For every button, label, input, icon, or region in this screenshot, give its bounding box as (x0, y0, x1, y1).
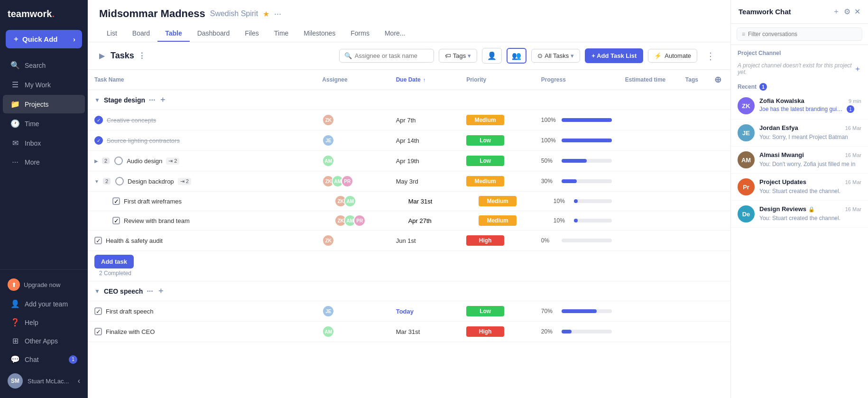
due-date-cell: May 3rd (389, 171, 460, 192)
chat-header-actions: ＋ ⚙ ✕ (832, 7, 860, 17)
section-collapse-icon[interactable]: ▼ (94, 97, 100, 103)
project-channel-label: Project Channel (731, 45, 868, 58)
tab-dashboard[interactable]: Dashboard (190, 26, 238, 42)
priority-badge: High (466, 326, 504, 337)
link-count-badge: ⇥ 2 (166, 157, 179, 165)
tab-table[interactable]: Table (157, 26, 190, 42)
list-item[interactable]: ZK Zofia Kowalska 9 min Joe has the late… (731, 93, 868, 120)
plus-icon: ＋ (12, 35, 19, 44)
quick-add-button[interactable]: ＋ Quick Add › (6, 30, 82, 48)
collapse-sidebar-icon[interactable]: ‹ (78, 377, 80, 385)
due-date-cell: Apr 19th (389, 151, 460, 171)
sidebar-item-add-team[interactable]: 👤 Add your team (3, 295, 85, 313)
channel-add-button[interactable]: ＋ (854, 64, 861, 74)
assignee-avatars: ZK AM PR (322, 175, 382, 187)
due-date-cell: Apr 7th (389, 110, 460, 130)
sidebar-item-chat[interactable]: 💬 Chat 1 (3, 350, 85, 369)
sidebar-item-upgrade[interactable]: ⬆ Upgrade now (0, 275, 88, 295)
sidebar-user[interactable]: SM Stuart McLac... ‹ (0, 369, 88, 393)
star-icon[interactable]: ★ (263, 9, 269, 19)
assignee-filter-button[interactable]: 👤 (482, 48, 502, 64)
add-team-icon: 👤 (10, 299, 20, 308)
priority-badge: Medium (466, 115, 504, 125)
table-row: ✓ First draft wireframes ZK AM Mar 31st … (88, 192, 730, 211)
user-name: Stuart McLac... (28, 378, 73, 385)
task-name-brand-review: Review with brand team (124, 217, 190, 224)
chat-search-box[interactable]: ≡ (737, 28, 862, 41)
section-add-button[interactable]: ＋ (157, 286, 165, 296)
due-date-cell: Mar 31st (389, 322, 460, 342)
section-more-button[interactable]: ··· (147, 287, 153, 296)
filter-icon: ≡ (742, 31, 745, 37)
project-more-button[interactable]: ··· (274, 9, 281, 19)
task-check-source-lighting[interactable]: ✓ (94, 136, 103, 145)
subtask-count-badge: 2 (102, 157, 110, 164)
task-check-health-safety[interactable]: ✓ (94, 237, 102, 244)
task-search-box[interactable]: 🔍 (339, 49, 434, 63)
tab-more[interactable]: More... (377, 26, 413, 42)
chat-settings-button[interactable]: ⚙ (844, 7, 850, 16)
expand-icon[interactable]: ▼ (94, 179, 99, 184)
chat-add-button[interactable]: ＋ (832, 7, 840, 17)
chat-avatar: De (738, 205, 755, 222)
task-check-brand-review[interactable]: ✓ (112, 217, 120, 224)
assignee-avatars: ZK (322, 234, 382, 247)
tab-board[interactable]: Board (125, 26, 157, 42)
tab-time[interactable]: Time (267, 26, 296, 42)
priority-badge: Low (466, 306, 504, 316)
task-check-design-backdrop[interactable] (115, 177, 124, 185)
automate-icon: ⚡ (654, 52, 662, 59)
sidebar-item-search[interactable]: 🔍 Search (3, 56, 85, 74)
recent-label: Recent 1 (731, 79, 868, 93)
search-input[interactable] (355, 52, 426, 59)
tab-forms[interactable]: Forms (343, 26, 377, 42)
col-header-due-date[interactable]: Due Date ↑ (389, 70, 460, 90)
chat-title: Teamwork Chat (739, 8, 791, 16)
tasks-settings-icon[interactable]: ⋮ (138, 51, 146, 60)
sidebar-nav: 🔍 Search ☰ My Work 📁 Projects 🕐 Time ✉ I… (0, 54, 88, 269)
lock-icon: 🔒 (808, 206, 815, 212)
collapse-tasks-icon[interactable]: ▶ (99, 51, 105, 60)
task-check-audio-design[interactable] (114, 157, 123, 165)
task-check-first-draft-speech[interactable]: ✓ (94, 307, 102, 315)
completed-count: 2 Completed (99, 270, 131, 277)
add-tasklist-button[interactable]: + Add Task List (585, 48, 643, 63)
task-check-finalize-ceo[interactable]: ✓ (94, 328, 102, 335)
sidebar-item-my-work[interactable]: ☰ My Work (3, 75, 85, 94)
subtask-count-badge: 2 (103, 178, 111, 185)
chat-close-button[interactable]: ✕ (854, 7, 860, 16)
list-item[interactable]: AM Almasi Mwangi 16 Mar You: Don't worry… (731, 147, 868, 174)
all-tasks-filter[interactable]: ⊙ All Tasks ▾ (531, 49, 580, 63)
sidebar: teamwork. ＋ Quick Add › 🔍 Search ☰ My Wo… (0, 0, 88, 398)
sidebar-item-inbox[interactable]: ✉ Inbox (3, 134, 85, 152)
tab-list[interactable]: List (99, 26, 125, 42)
avatar: ZK (322, 114, 334, 126)
expand-icon[interactable]: ▶ (94, 158, 98, 164)
sidebar-item-time[interactable]: 🕐 Time (3, 114, 85, 133)
sidebar-item-projects[interactable]: 📁 Projects (3, 95, 85, 113)
table-row: ✓ Source lighting contractors JE Apr 14t… (88, 130, 730, 151)
progress-cell: 10% (554, 198, 612, 204)
section-collapse-icon[interactable]: ▼ (94, 288, 100, 295)
section-more-button[interactable]: ··· (149, 96, 155, 104)
sidebar-item-help[interactable]: ❓ Help (3, 313, 85, 332)
task-check-wireframes[interactable]: ✓ (112, 197, 120, 205)
assignee-avatars: AM (322, 155, 382, 167)
sidebar-item-other-apps[interactable]: ⊞ Other Apps (3, 332, 85, 350)
tab-files[interactable]: Files (237, 26, 267, 42)
section-add-button[interactable]: ＋ (159, 95, 166, 105)
list-item[interactable]: Pr Project Updates 16 Mar You: Stuart cr… (731, 174, 868, 201)
tab-milestones[interactable]: Milestones (296, 26, 343, 42)
chat-filter-input[interactable] (748, 31, 857, 37)
toolbar-more-button[interactable]: ⋮ (702, 48, 719, 64)
tags-button[interactable]: 🏷 Tags ▾ (439, 49, 477, 63)
list-item[interactable]: De Design Reviews 🔒 16 Mar You: Stuart c… (731, 201, 868, 228)
automate-button[interactable]: ⚡ Automate (648, 49, 697, 63)
add-column-button[interactable]: ⊕ (705, 70, 730, 90)
add-task-button[interactable]: Add task (94, 255, 134, 268)
task-check-creative-concepts[interactable]: ✓ (94, 116, 103, 124)
group-view-button[interactable]: 👥 (507, 48, 526, 64)
list-item[interactable]: JE Jordan Esfya 16 Mar You: Sorry, I mea… (731, 120, 868, 147)
sidebar-item-more[interactable]: ··· More (3, 153, 85, 171)
section-name: CEO speech (104, 287, 143, 295)
